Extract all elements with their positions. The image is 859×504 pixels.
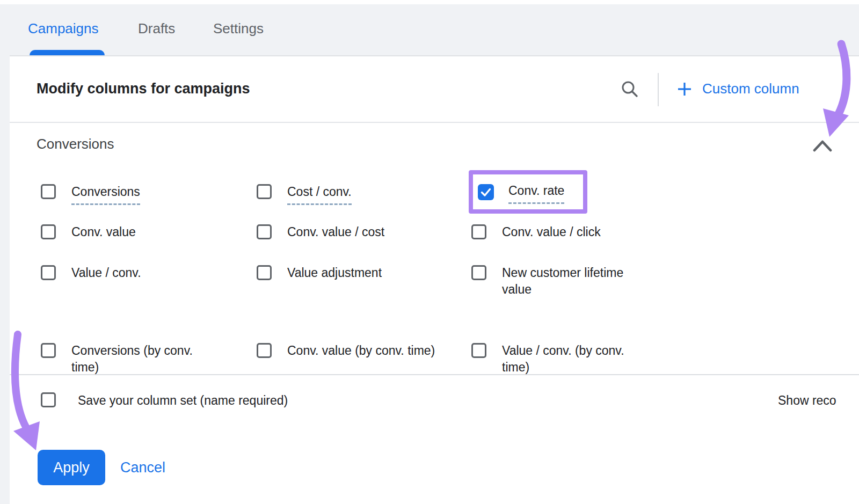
show-recommendations-label[interactable]: Show reco	[778, 393, 836, 408]
column-option-conversions-by-conv-time[interactable]: Conversions (by conv. time)	[41, 343, 214, 375]
tab-campaigns[interactable]: Campaigns	[28, 20, 99, 37]
search-icon	[619, 78, 640, 100]
checkbox-conv-value[interactable]	[41, 224, 56, 239]
column-option-label[interactable]: Value / conv. (by conv. time)	[502, 342, 650, 375]
header-divider-vertical	[658, 73, 659, 106]
column-option-conv-value-click[interactable]: Conv. value / click	[471, 224, 601, 240]
custom-column-label: Custom column	[702, 81, 799, 97]
column-option-label[interactable]: Conv. value / cost	[287, 224, 384, 240]
column-option-new-customer-lifetime-value[interactable]: New customer lifetime value	[471, 265, 636, 298]
columns-checkbox-grid: Conversions Cost / conv. Conv. rate Conv…	[0, 161, 859, 375]
column-option-label[interactable]: Conv. value / click	[502, 224, 601, 240]
column-option-label[interactable]: Cost / conv.	[287, 184, 352, 205]
plus-icon	[676, 81, 693, 97]
column-option-label[interactable]: Value / conv.	[71, 265, 141, 281]
checkbox-conv-value-click[interactable]	[471, 224, 486, 239]
modify-columns-dialog-page: Campaigns Drafts Settings Modify columns…	[0, 0, 859, 504]
column-option-value-adjustment[interactable]: Value adjustment	[257, 265, 382, 281]
column-option-label[interactable]: Value adjustment	[287, 265, 382, 281]
collapse-section-button[interactable]	[812, 138, 833, 154]
header-divider	[10, 122, 859, 123]
column-option-label[interactable]: Conv. value	[71, 224, 136, 240]
column-option-label[interactable]: New customer lifetime value	[502, 265, 636, 298]
checkmark-icon	[479, 186, 492, 199]
column-option-conv-value[interactable]: Conv. value	[41, 224, 136, 240]
checkbox-value-adjustment[interactable]	[257, 265, 272, 280]
column-option-value-per-conv[interactable]: Value / conv.	[41, 265, 141, 281]
column-option-conv-value-cost[interactable]: Conv. value / cost	[257, 224, 384, 240]
tab-drafts[interactable]: Drafts	[138, 20, 175, 37]
custom-column-button[interactable]: Custom column	[676, 81, 799, 97]
page-title: Modify columns for campaigns	[37, 81, 250, 97]
checkbox-conv-rate[interactable]	[478, 184, 494, 200]
column-option-label[interactable]: Conv. value (by conv. time)	[287, 342, 435, 359]
column-option-label[interactable]: Conv. rate	[508, 182, 564, 204]
tab-settings[interactable]: Settings	[213, 20, 264, 37]
checkbox-cost-per-conv[interactable]	[257, 184, 272, 199]
checkbox-new-customer-lifetime-value[interactable]	[471, 265, 486, 280]
checkbox-value-per-conv[interactable]	[41, 265, 56, 280]
page-background-top	[0, 4, 859, 55]
checkbox-value-per-conv-by-conv-time[interactable]	[471, 343, 486, 358]
apply-button[interactable]: Apply	[38, 450, 105, 485]
footer-divider	[10, 374, 859, 375]
column-option-label[interactable]: Conversions	[71, 184, 140, 205]
checkbox-conversions[interactable]	[41, 184, 56, 199]
column-option-label[interactable]: Conversions (by conv. time)	[71, 342, 214, 375]
checkbox-save-column-set[interactable]	[41, 392, 56, 407]
column-option-value-per-conv-by-conv-time[interactable]: Value / conv. (by conv. time)	[471, 343, 650, 375]
chevron-up-icon	[812, 138, 833, 154]
column-option-conv-value-by-conv-time[interactable]: Conv. value (by conv. time)	[257, 343, 435, 359]
annotation-highlight-box: Conv. rate	[469, 170, 587, 214]
column-option-cost-per-conv[interactable]: Cost / conv.	[257, 184, 352, 205]
checkbox-conv-value-cost[interactable]	[257, 224, 272, 239]
search-button[interactable]	[619, 78, 640, 100]
save-column-set-label[interactable]: Save your column set (name required)	[78, 393, 288, 408]
checkbox-conv-value-by-conv-time[interactable]	[257, 343, 272, 358]
column-option-conversions[interactable]: Conversions	[41, 184, 140, 205]
cancel-button[interactable]: Cancel	[120, 450, 165, 485]
checkbox-conversions-by-conv-time[interactable]	[41, 343, 56, 358]
section-title-conversions: Conversions	[37, 136, 114, 152]
